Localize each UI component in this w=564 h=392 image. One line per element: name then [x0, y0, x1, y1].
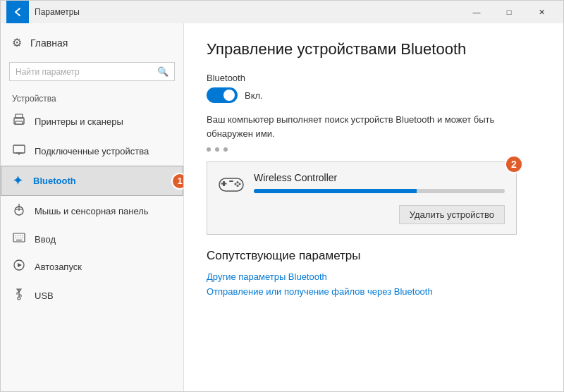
connected-label: Подключенные устройства [35, 146, 149, 157]
device-progress-bar [254, 189, 417, 193]
device-name: Wireless Controller [254, 172, 505, 183]
window-controls: — □ ✕ [460, 1, 558, 23]
settings-window: Параметры — □ ✕ ⚙ Главная 🔍 Устройства [0, 0, 564, 392]
usb-icon [12, 288, 26, 303]
svg-point-35 [237, 185, 239, 187]
back-button[interactable] [6, 1, 29, 23]
typing-label: Ввод [35, 234, 56, 245]
dot-2 [215, 147, 219, 152]
toggle-row: Вкл. [207, 87, 541, 103]
main-content: ⚙ Главная 🔍 Устройства Принте [1, 23, 563, 391]
dot-1 [207, 147, 211, 152]
bluetooth-label: Bluetooth [33, 176, 76, 186]
search-input[interactable] [16, 67, 153, 77]
device-info: Wireless Controller [254, 172, 505, 193]
sidebar-item-bluetooth[interactable]: ✦ Bluetooth 1 [1, 166, 183, 196]
page-title: Управление устройствами Bluetooth [207, 40, 541, 59]
sidebar-item-home[interactable]: ⚙ Главная [1, 29, 183, 56]
svg-rect-31 [221, 183, 227, 185]
mouse-icon [12, 203, 26, 219]
section-label: Устройства [1, 87, 183, 106]
svg-point-32 [237, 181, 239, 183]
gamepad-icon [219, 173, 244, 198]
home-icon: ⚙ [12, 36, 22, 49]
related-title: Сопутствующие параметры [207, 249, 541, 263]
device-card: Wireless Controller Удалить устройство 2 [207, 161, 517, 235]
svg-rect-2 [16, 121, 23, 124]
svg-point-34 [235, 183, 237, 185]
bluetooth-badge: 1 [171, 173, 184, 190]
autoplay-icon [12, 259, 26, 274]
home-label: Главная [30, 37, 68, 49]
close-button[interactable]: ✕ [525, 1, 558, 23]
svg-marker-21 [18, 263, 22, 267]
search-box: 🔍 [9, 62, 175, 81]
remove-device-button[interactable]: Удалить устройство [399, 205, 505, 224]
svg-rect-36 [229, 180, 233, 182]
mouse-label: Мышь и сенсорная панель [35, 206, 149, 216]
svg-rect-10 [13, 233, 25, 242]
window-title: Параметры [35, 7, 460, 17]
toggle-text: Вкл. [245, 90, 263, 101]
sidebar-item-autoplay[interactable]: Автозапуск [1, 252, 183, 281]
related-settings: Сопутствующие параметры Другие параметры… [207, 249, 541, 297]
sidebar: ⚙ Главная 🔍 Устройства Принте [1, 23, 184, 391]
usb-label: USB [35, 290, 54, 301]
related-link-1[interactable]: Другие параметры Bluetooth [207, 271, 541, 282]
content-area: Управление устройствами Bluetooth Blueto… [184, 23, 563, 391]
info-text: Ваш компьютер выполняет поиск устройств … [207, 113, 503, 140]
sidebar-item-typing[interactable]: Ввод [1, 226, 183, 252]
bluetooth-toggle[interactable] [207, 87, 238, 103]
keyboard-icon [12, 233, 26, 245]
title-bar: Параметры — □ ✕ [1, 1, 563, 23]
sidebar-item-usb[interactable]: USB [1, 281, 183, 310]
device-card-badge: 2 [505, 155, 523, 173]
device-card-inner: Wireless Controller [219, 172, 505, 198]
printers-label: Принтеры и сканеры [35, 116, 123, 127]
bluetooth-icon: ✦ [11, 173, 25, 188]
device-progress-bar-container [254, 189, 505, 193]
loading-dots [207, 147, 541, 152]
printer-icon [12, 114, 26, 129]
sidebar-item-mouse[interactable]: Мышь и сенсорная панель [1, 196, 183, 226]
sidebar-item-printers[interactable]: Принтеры и сканеры [1, 106, 183, 136]
svg-point-33 [239, 183, 241, 185]
related-link-2[interactable]: Отправление или получение файлов через B… [207, 286, 541, 297]
dot-3 [223, 147, 228, 152]
minimize-button[interactable]: — [460, 1, 493, 23]
maximize-button[interactable]: □ [493, 1, 525, 23]
svg-rect-3 [13, 145, 25, 153]
connected-icon [12, 143, 26, 159]
autoplay-label: Автозапуск [35, 262, 82, 272]
sidebar-item-connected[interactable]: Подключенные устройства [1, 136, 183, 166]
device-actions: Удалить устройство [219, 205, 505, 224]
bluetooth-setting-label: Bluetooth [207, 73, 541, 83]
search-icon: 🔍 [157, 66, 168, 77]
